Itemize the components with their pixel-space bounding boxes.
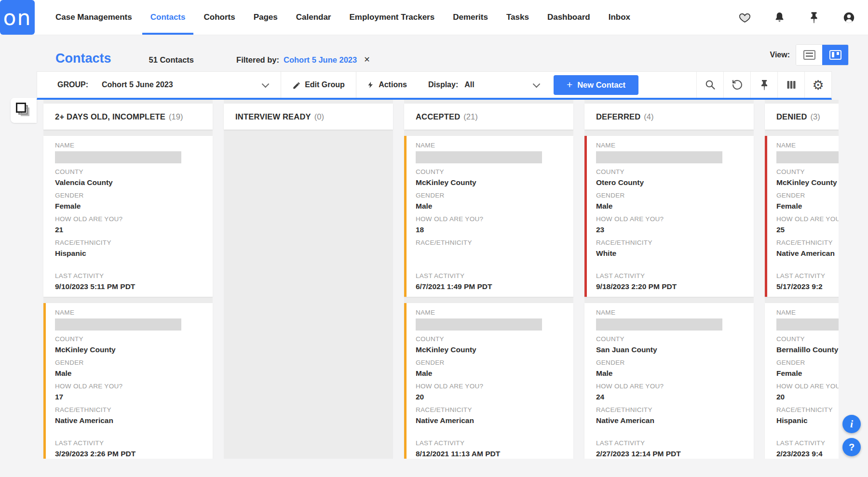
column-header: INTERVIEW READY(0) (224, 104, 393, 130)
field-label: COUNTY (596, 168, 744, 176)
group-select[interactable]: GROUP: Cohort 5 June 2023 (37, 72, 281, 98)
field-label: COUNTY (776, 168, 839, 176)
field-label: GENDER (55, 359, 203, 367)
pin-button[interactable] (750, 72, 777, 98)
column-header: DENIED(3) (765, 104, 839, 130)
card-field-name: NAME (596, 309, 744, 331)
field-label: RACE/ETHNICITY (596, 239, 744, 247)
board-view-button[interactable] (822, 45, 848, 65)
field-label: HOW OLD ARE YOU? (776, 215, 839, 223)
card-field-county: COUNTYMcKinley County (416, 335, 564, 354)
pinned-items-icon[interactable] (807, 11, 821, 24)
card-field-county: COUNTYValencia County (55, 168, 203, 187)
field-value: McKinley County (55, 345, 203, 354)
field-label: NAME (596, 142, 744, 149)
field-label: GENDER (416, 359, 564, 367)
nav-item-inbox[interactable]: Inbox (599, 0, 639, 35)
column-header: ACCEPTED(21) (404, 104, 573, 130)
search-button[interactable] (696, 72, 723, 98)
list-view-button[interactable] (796, 45, 822, 65)
contact-card[interactable]: NAMECOUNTYValencia CountyGENDERFemaleHOW… (43, 136, 213, 297)
card-field-county: COUNTYBernalillo County (776, 335, 839, 354)
nav-item-pages[interactable]: Pages (244, 0, 287, 35)
contact-card[interactable]: NAMECOUNTYMcKinley CountyGENDERFemaleHOW… (765, 136, 839, 297)
contact-card[interactable]: NAMECOUNTYSan Juan CountyGENDERMaleHOW O… (584, 303, 754, 459)
card-field-county: COUNTYOtero County (596, 168, 744, 187)
nav-item-cohorts[interactable]: Cohorts (194, 0, 244, 35)
chevron-down-icon (533, 80, 541, 88)
card-field-last_activity: LAST ACTIVITY8/12/2021 11:13 AM PDT (416, 439, 564, 458)
favorites-heart-icon[interactable] (738, 11, 751, 24)
help-button[interactable]: ? (842, 438, 861, 456)
card-field-race: RACE/ETHNICITYHispanic (55, 239, 203, 258)
account-icon[interactable] (842, 11, 855, 24)
field-label: NAME (776, 142, 839, 149)
field-value: 8/12/2021 11:13 AM PDT (416, 449, 564, 458)
contact-card[interactable]: NAMECOUNTYMcKinley CountyGENDERMaleHOW O… (404, 136, 573, 297)
field-value: Female (55, 201, 203, 211)
page-header: Contacts 51 Contacts Filtered by: Cohort… (0, 35, 868, 71)
card-field-race: RACE/ETHNICITYNative American (776, 239, 839, 258)
field-label: COUNTY (776, 335, 839, 343)
info-button[interactable]: i (842, 415, 861, 433)
contact-card[interactable]: NAMECOUNTYMcKinley CountyGENDERMaleHOW O… (43, 303, 213, 459)
field-label: NAME (55, 142, 203, 149)
nav-item-tasks[interactable]: Tasks (497, 0, 538, 35)
field-label: RACE/ETHNICITY (55, 406, 203, 414)
undo-button[interactable] (723, 72, 750, 98)
field-value: 20 (416, 392, 564, 401)
chevron-down-icon (262, 80, 270, 88)
field-value: Hispanic (55, 249, 203, 258)
toolbar-icon-group: ⚙ (696, 72, 831, 98)
kanban-column-accepted: ACCEPTED(21)NAMECOUNTYMcKinley CountyGEN… (404, 100, 573, 459)
card-field-gender: GENDERMale (416, 192, 564, 211)
field-value: San Juan County (596, 345, 744, 354)
field-value: 9/18/2023 2:20 PM PDT (596, 282, 744, 291)
edit-group-button[interactable]: Edit Group (281, 72, 356, 98)
field-label: GENDER (596, 192, 744, 199)
card-field-race: RACE/ETHNICITYNative American (55, 406, 203, 425)
field-label: HOW OLD ARE YOU? (55, 383, 203, 390)
card-field-last_activity: LAST ACTIVITY6/7/2021 1:49 PM PDT (416, 272, 564, 291)
contact-card[interactable]: NAMECOUNTYMcKinley CountyGENDERMaleHOW O… (404, 303, 573, 459)
actions-button[interactable]: Actions (356, 72, 418, 98)
field-value: McKinley County (416, 178, 564, 187)
column-title: DENIED (776, 112, 807, 121)
filter-value-link[interactable]: Cohort 5 June 2023 (284, 54, 357, 66)
remove-filter-icon[interactable]: ✕ (364, 54, 370, 66)
contact-card[interactable]: NAMECOUNTYOtero CountyGENDERMaleHOW OLD … (584, 136, 754, 297)
nav-menu: Case ManagementsContactsCohortsPagesCale… (46, 0, 639, 35)
field-label: LAST ACTIVITY (596, 439, 744, 447)
new-contact-button[interactable]: + New Contact (554, 75, 638, 95)
filtered-by-label: Filtered by: (236, 54, 279, 66)
card-field-gender: GENDERFemale (55, 192, 203, 211)
nav-item-dashboard[interactable]: Dashboard (538, 0, 599, 35)
contact-card[interactable]: NAMECOUNTYBernalillo CountyGENDERFemaleH… (765, 303, 839, 459)
field-value: 21 (55, 225, 203, 234)
field-value: 2/23/2023 9:4 (776, 449, 839, 458)
nav-item-case-managements[interactable]: Case Managements (46, 0, 141, 35)
columns-button[interactable] (777, 72, 804, 98)
nav-item-employment-trackers[interactable]: Employment Trackers (340, 0, 444, 35)
field-label: RACE/ETHNICITY (776, 239, 839, 247)
nav-item-contacts[interactable]: Contacts (141, 0, 195, 35)
field-value: Hispanic (776, 416, 839, 425)
field-label: RACE/ETHNICITY (416, 406, 564, 414)
field-value: Male (55, 369, 203, 378)
pencil-icon (292, 81, 300, 89)
field-value: Bernalillo County (776, 345, 839, 354)
field-value: 6/7/2021 1:49 PM PDT (416, 282, 564, 291)
nav-item-demerits[interactable]: Demerits (444, 0, 497, 35)
card-field-last_activity: LAST ACTIVITY5/17/2023 9:2 (776, 272, 839, 291)
field-label: RACE/ETHNICITY (776, 406, 839, 414)
app-logo[interactable]: on (0, 0, 35, 35)
card-field-age: HOW OLD ARE YOU?20 (416, 383, 564, 401)
settings-button[interactable]: ⚙ (804, 72, 831, 98)
nav-item-calendar[interactable]: Calendar (287, 0, 340, 35)
column-count: (21) (463, 112, 477, 121)
notifications-bell-icon[interactable] (773, 11, 786, 24)
card-field-gender: GENDERFemale (776, 359, 839, 378)
page-title: Contacts (55, 51, 111, 66)
cards-panel-toggle[interactable] (11, 98, 37, 123)
display-select[interactable]: Display: All (418, 72, 552, 98)
